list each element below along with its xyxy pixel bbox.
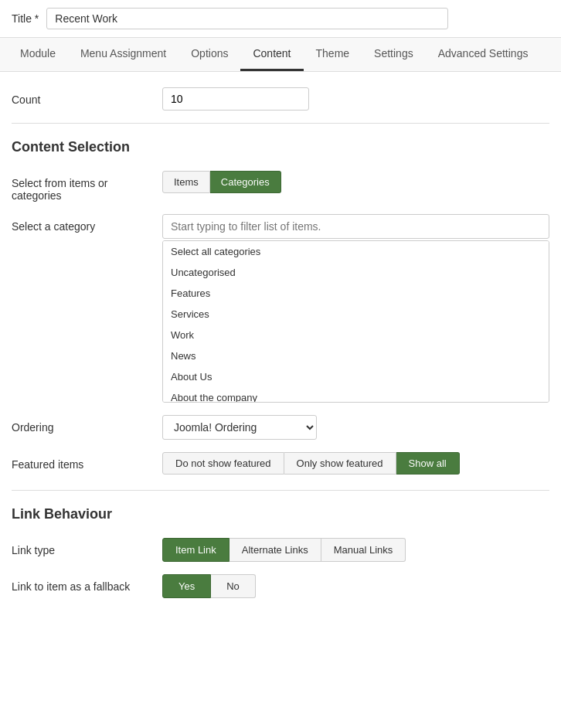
category-item[interactable]: Features [163,283,549,304]
category-filter-input[interactable] [162,214,549,239]
category-item[interactable]: Uncategorised [163,262,549,283]
title-input[interactable] [46,8,448,29]
tab-settings[interactable]: Settings [362,38,426,71]
fallback-label: Link to item as a fallback [12,574,155,593]
yes-no-group: Yes No [162,574,256,598]
category-item[interactable]: Services [163,304,549,325]
categories-button[interactable]: Categories [210,171,281,193]
tab-options[interactable]: Options [178,38,240,71]
tab-advanced-settings[interactable]: Advanced Settings [426,38,541,71]
divider-2 [12,490,549,491]
link-type-row: Link type Item Link Alternate Links Manu… [12,538,549,562]
alternate-links-button[interactable]: Alternate Links [230,538,321,562]
tab-module[interactable]: Module [8,38,68,71]
title-label: Title * [12,12,39,25]
tab-theme[interactable]: Theme [304,38,362,71]
category-item[interactable]: About the company [163,387,549,403]
featured-items-group: Do not show featured Only show featured … [162,452,460,475]
category-search-wrapper: Select all categories Uncategorised Feat… [162,214,549,403]
do-not-show-featured-button[interactable]: Do not show featured [162,452,284,475]
featured-items-label: Featured items [12,452,155,471]
items-categories-group: Items Categories [162,171,281,193]
tab-menu-assignment[interactable]: Menu Assignment [68,38,178,71]
manual-links-button[interactable]: Manual Links [321,538,406,562]
tab-content[interactable]: Content [240,38,303,71]
link-behaviour-title: Link Behaviour [12,506,549,522]
items-categories-label: Select from items or categories [12,171,155,202]
category-item[interactable]: News [163,345,549,366]
category-list: Select all categories Uncategorised Feat… [162,240,549,403]
count-input[interactable] [162,87,309,111]
featured-items-row: Featured items Do not show featured Only… [12,452,549,475]
fallback-row: Link to item as a fallback Yes No [12,574,549,598]
items-categories-row: Select from items or categories Items Ca… [12,171,549,202]
category-item[interactable]: Work [163,325,549,345]
title-bar: Title * [0,0,561,38]
link-type-group: Item Link Alternate Links Manual Links [162,538,406,562]
content-selection-title: Content Selection [12,139,549,155]
ordering-label: Ordering [12,415,155,434]
divider-1 [12,123,549,124]
ordering-select[interactable]: Joomla! Ordering Date Title Author [162,415,317,440]
item-link-button[interactable]: Item Link [162,538,230,562]
tabs-bar: Module Menu Assignment Options Content T… [0,38,561,72]
category-item[interactable]: About Us [163,366,549,387]
select-category-row: Select a category Select all categories … [12,214,549,403]
only-show-featured-button[interactable]: Only show featured [284,452,396,475]
count-label: Count [12,87,155,106]
main-content: Count Content Selection Select from item… [0,72,561,626]
items-button[interactable]: Items [162,171,210,193]
link-type-label: Link type [12,538,155,556]
count-row: Count [12,87,549,111]
yes-button[interactable]: Yes [162,574,211,598]
select-category-label: Select a category [12,214,155,233]
show-all-button[interactable]: Show all [396,452,460,475]
ordering-row: Ordering Joomla! Ordering Date Title Aut… [12,415,549,440]
no-button[interactable]: No [211,574,256,598]
category-item[interactable]: Select all categories [163,241,549,262]
